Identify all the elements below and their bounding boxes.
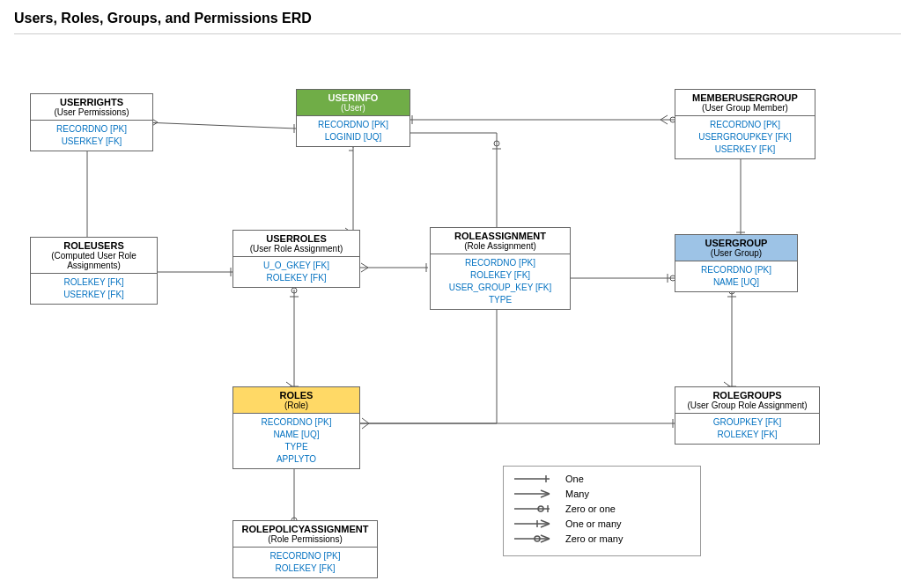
entity-userrights-field: RECORDNO [PK] — [36, 123, 147, 136]
entity-roles-field: RECORDNO [PK] — [239, 416, 354, 429]
entity-userroles: USERROLES (User Role Assignment) U_O_GKE… — [232, 230, 360, 288]
entity-memberusergroup-field: USERGROUPKEY [FK] — [681, 131, 809, 143]
entity-usergroup-body: RECORDNO [PK] NAME [UQ] — [675, 261, 797, 291]
legend-item-zero-or-many: Zero or many — [514, 533, 690, 544]
entity-userinfo-field: LOGINID [UQ] — [302, 131, 404, 143]
entity-roleassignment-field: USER_GROUP_KEY [FK] — [436, 282, 564, 294]
entity-rolepolicyassignment-field: RECORDNO [PK] — [239, 550, 372, 562]
entity-roleassignment-subtitle: (Role Assignment) — [436, 241, 564, 251]
legend-label-one-or-many: One or many — [565, 518, 622, 529]
entity-rolegroups: ROLEGROUPS (User Group Role Assignment) … — [675, 386, 820, 445]
entity-userroles-header: USERROLES (User Role Assignment) — [233, 231, 359, 257]
entity-rolepolicyassignment-header: ROLEPOLICYASSIGNMENT (Role Permissions) — [233, 521, 377, 548]
svg-line-33 — [361, 268, 368, 272]
entity-userrights-subtitle: (User Permissions) — [36, 107, 147, 117]
entity-roles-body: RECORDNO [PK] NAME [UQ] TYPE APPLYTO — [233, 414, 359, 468]
svg-line-0 — [144, 122, 296, 129]
entity-roleusers-field: ROLEKEY [FK] — [36, 276, 151, 289]
entity-userroles-field: U_O_GKEY [FK] — [239, 260, 354, 272]
entity-roles-field: APPLYTO — [239, 453, 354, 466]
entity-roleusers-subtitle2: Assignments) — [36, 261, 151, 270]
entity-usergroup: USERGROUP (User Group) RECORDNO [PK] NAM… — [675, 234, 798, 292]
entity-userrights-body: RECORDNO [PK] USERKEY [FK] — [31, 121, 152, 151]
legend-line-one-or-many — [514, 518, 558, 529]
entity-rolepolicyassignment-subtitle: (Role Permissions) — [239, 534, 372, 544]
entity-rolegroups-body: GROUPKEY [FK] ROLEKEY [FK] — [675, 414, 819, 444]
entity-roleassignment-field: RECORDNO [PK] — [436, 257, 564, 269]
entity-roleassignment-field: TYPE — [436, 294, 564, 306]
entity-userinfo-field: RECORDNO [PK] — [302, 119, 404, 131]
entity-userinfo-name: USERINFO — [302, 92, 404, 103]
entity-userrights-header: USERRIGHTS (User Permissions) — [31, 94, 152, 121]
svg-point-22 — [494, 141, 499, 146]
page-container: Users, Roles, Groups, and Permissions ER… — [0, 0, 915, 588]
entity-roleusers-subtitle: (Computed User Role — [36, 251, 151, 261]
entity-roles-subtitle: (Role) — [239, 401, 354, 410]
entity-roleusers-field: USERKEY [FK] — [36, 289, 151, 301]
entity-rolepolicyassignment-field: ROLEKEY [FK] — [239, 562, 372, 575]
entity-roles-field: TYPE — [239, 441, 354, 453]
entity-memberusergroup: MEMBERUSERGROUP (User Group Member) RECO… — [675, 89, 815, 159]
entity-userinfo-body: RECORDNO [PK] LOGINID [UQ] — [297, 116, 410, 146]
legend-item-many: Many — [514, 489, 690, 499]
entity-rolegroups-subtitle: (User Group Role Assignment) — [681, 401, 814, 410]
entity-roleusers-name: ROLEUSERS — [36, 240, 151, 251]
entity-rolegroups-field: GROUPKEY [FK] — [681, 416, 814, 429]
entity-rolepolicyassignment: ROLEPOLICYASSIGNMENT (Role Permissions) … — [232, 520, 378, 578]
svg-line-8 — [660, 115, 668, 120]
legend-item-one-or-many: One or many — [514, 518, 690, 529]
svg-line-9 — [660, 120, 668, 124]
legend-line-zero-or-one — [514, 503, 558, 514]
entity-roleassignment-name: ROLEASSIGNMENT — [436, 231, 564, 241]
legend: One Many — [503, 466, 701, 556]
entity-rolegroups-field: ROLEKEY [FK] — [681, 429, 814, 441]
entity-roleassignment-body: RECORDNO [PK] ROLEKEY [FK] USER_GROUP_KE… — [431, 254, 570, 309]
svg-point-46 — [291, 288, 297, 293]
entity-rolepolicyassignment-body: RECORDNO [PK] ROLEKEY [FK] — [233, 548, 377, 577]
entity-memberusergroup-header: MEMBERUSERGROUP (User Group Member) — [675, 90, 815, 116]
entity-usergroup-field: RECORDNO [PK] — [681, 264, 792, 276]
entity-rolepolicyassignment-name: ROLEPOLICYASSIGNMENT — [239, 524, 372, 534]
legend-line-many — [514, 489, 558, 499]
svg-line-55 — [362, 418, 369, 423]
entity-roleassignment-field: ROLEKEY [FK] — [436, 269, 564, 282]
entity-roleassignment: ROLEASSIGNMENT (Role Assignment) RECORDN… — [430, 227, 571, 310]
entity-memberusergroup-body: RECORDNO [PK] USERGROUPKEY [FK] USERKEY … — [675, 116, 815, 158]
entity-roleusers-header: ROLEUSERS (Computed User Role Assignment… — [31, 238, 157, 274]
entity-usergroup-field: NAME [UQ] — [681, 276, 792, 289]
entity-memberusergroup-name: MEMBERUSERGROUP — [681, 92, 809, 103]
entity-roles-field: NAME [UQ] — [239, 429, 354, 441]
legend-line-one — [514, 474, 558, 484]
entity-userroles-subtitle: (User Role Assignment) — [239, 244, 354, 254]
entity-userrights-field: USERKEY [FK] — [36, 136, 147, 148]
legend-item-zero-or-one: Zero or one — [514, 503, 690, 514]
entity-userroles-name: USERROLES — [239, 233, 354, 244]
legend-label-zero-or-one: Zero or one — [565, 503, 616, 514]
erd-canvas: USERINFO (User) RECORDNO [PK] LOGINID [U… — [14, 45, 901, 582]
legend-item-one: One — [514, 474, 690, 484]
entity-userinfo-subtitle: (User) — [302, 103, 404, 113]
entity-roleusers-body: ROLEKEY [FK] USERKEY [FK] — [31, 274, 157, 304]
legend-line-zero-or-many — [514, 533, 558, 544]
entity-memberusergroup-subtitle: (User Group Member) — [681, 103, 809, 113]
legend-label-zero-or-many: Zero or many — [565, 533, 623, 544]
legend-label-one: One — [565, 474, 584, 484]
entity-usergroup-subtitle: (User Group) — [681, 248, 792, 258]
entity-roles-name: ROLES — [239, 390, 354, 401]
entity-roles-header: ROLES (Role) — [233, 387, 359, 414]
page-title: Users, Roles, Groups, and Permissions ER… — [14, 11, 901, 26]
entity-userinfo-header: USERINFO (User) — [297, 90, 410, 116]
entity-roleassignment-header: ROLEASSIGNMENT (Role Assignment) — [431, 228, 570, 254]
svg-line-56 — [362, 423, 369, 429]
title-divider — [14, 33, 901, 34]
svg-line-32 — [361, 263, 368, 268]
entity-roleusers: ROLEUSERS (Computed User Role Assignment… — [30, 237, 158, 305]
legend-label-many: Many — [565, 489, 589, 499]
entity-userroles-body: U_O_GKEY [FK] ROLEKEY [FK] — [233, 257, 359, 287]
entity-userinfo: USERINFO (User) RECORDNO [PK] LOGINID [U… — [296, 89, 410, 147]
entity-rolegroups-name: ROLEGROUPS — [681, 390, 814, 401]
entity-usergroup-header: USERGROUP (User Group) — [675, 235, 797, 261]
entity-userroles-field: ROLEKEY [FK] — [239, 272, 354, 284]
entity-usergroup-name: USERGROUP — [681, 238, 792, 248]
entity-memberusergroup-field: RECORDNO [PK] — [681, 119, 809, 131]
